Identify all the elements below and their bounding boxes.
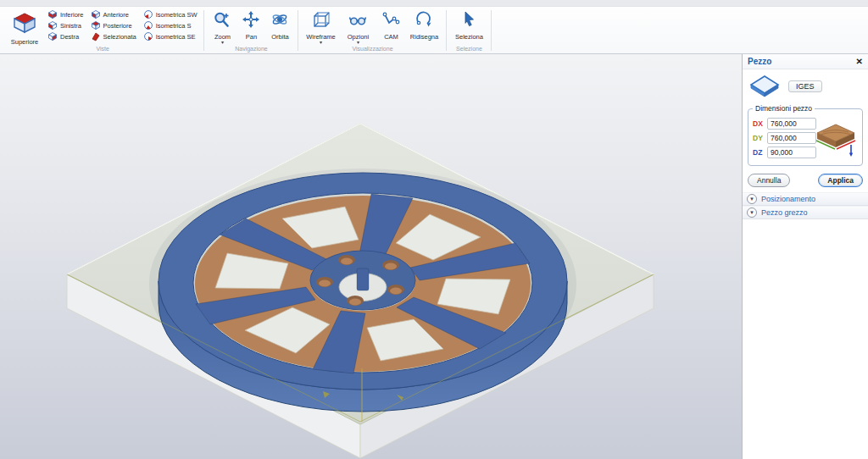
view-isometrica-s-label: Isometrica S	[156, 22, 192, 30]
dz-input[interactable]	[767, 147, 816, 158]
cad-cam-application-window: Superiore Inferiore Sinistra	[0, 0, 868, 459]
group-label-navigazione: Navigazione	[208, 46, 294, 53]
panel-buttons-row: Annulla Applica	[743, 169, 868, 192]
view-posteriore-button[interactable]: Posteriore	[87, 20, 140, 31]
zoom-dropdown-caret-icon: ▾	[221, 41, 224, 45]
orbit-icon	[270, 10, 289, 32]
view-isometrica-s-button[interactable]: Isometrica S	[140, 20, 201, 31]
ribbon-separator	[203, 10, 204, 51]
view-selezionata-button[interactable]: Selezionata	[87, 31, 140, 42]
view-isometrica-sw-button[interactable]: Isometrica SW	[140, 9, 201, 20]
view-inferiore-button[interactable]: Inferiore	[44, 9, 87, 20]
redraw-button[interactable]: Ridisegna	[405, 9, 442, 41]
ribbon-separator	[298, 10, 298, 51]
view-posteriore-label: Posteriore	[103, 22, 132, 30]
view-sinistra-label: Sinistra	[60, 22, 81, 30]
isometric-se-view-icon	[143, 31, 153, 43]
zoom-magnifier-icon	[213, 10, 231, 32]
view-anteriore-label: Anteriore	[103, 11, 129, 19]
ribbon-group-visualizzazione: Wireframe ▾ Opzioni ▾	[302, 7, 442, 53]
orbit-label: Orbita	[271, 33, 288, 41]
dy-input[interactable]	[767, 132, 816, 144]
stock-preview-icon	[813, 119, 859, 160]
chevron-down-circle-icon: ▼	[747, 207, 757, 218]
view-destra-label: Destra	[60, 33, 79, 41]
wireframe-dropdown-caret-icon: ▾	[320, 41, 322, 45]
isometric-sw-view-icon	[143, 9, 153, 21]
section-posizionamento[interactable]: ▼ Posizionamento	[743, 192, 868, 206]
view-isometrica-se-label: Isometrica SE	[156, 33, 196, 41]
apply-button[interactable]: Applica	[818, 174, 863, 187]
view-sinistra-button[interactable]: Sinistra	[44, 20, 87, 31]
view-isometrica-sw-label: Isometrica SW	[156, 11, 198, 19]
view-anteriore-button[interactable]: Anteriore	[87, 9, 140, 20]
dimensions-group-label: Dimensioni pezzo	[753, 104, 815, 113]
cube-back-view-icon	[91, 20, 101, 32]
dy-axis-label: DY	[753, 134, 764, 142]
redraw-label: Ridisegna	[410, 33, 438, 41]
format-chip[interactable]: IGES	[788, 80, 822, 92]
piece-slab-icon	[748, 74, 782, 99]
ribbon-toolbar: Superiore Inferiore Sinistra	[0, 7, 868, 54]
eyeglasses-icon	[348, 10, 367, 32]
group-label-visualizzazione: Visualizzazione	[302, 46, 442, 53]
group-label-selezione: Selezione	[450, 46, 487, 53]
cube-front-view-icon	[91, 9, 101, 21]
wireframe-button[interactable]: Wireframe ▾	[302, 9, 339, 45]
group-label-viste: Viste	[5, 46, 200, 53]
view-superiore-button[interactable]: Superiore	[5, 9, 44, 46]
hub-keyway	[357, 268, 369, 290]
dx-input[interactable]	[767, 118, 816, 130]
view-isometrica-se-button[interactable]: Isometrica SE	[140, 31, 201, 42]
pan-label: Pan	[246, 33, 257, 41]
ribbon-group-selezione: Seleziona Selezione	[450, 7, 487, 53]
cancel-button[interactable]: Annulla	[748, 174, 790, 187]
wireframe-cube-icon	[311, 10, 330, 32]
dx-axis-label: DX	[753, 119, 764, 128]
select-button[interactable]: Seleziona	[450, 9, 487, 41]
pezzo-panel: Pezzo ✕ IGES Dimensioni pezzo DX	[742, 54, 868, 459]
zoom-button[interactable]: Zoom ▾	[208, 9, 236, 45]
ribbon-separator	[491, 10, 492, 51]
cam-label: CAM	[384, 33, 398, 41]
ribbon-group-navigazione: Zoom ▾	[208, 7, 294, 53]
view-inferiore-label: Inferiore	[60, 11, 84, 19]
view-destra-button[interactable]: Destra	[44, 31, 87, 42]
orbit-button[interactable]: Orbita	[265, 9, 294, 41]
view-superiore-label: Superiore	[11, 38, 39, 46]
pan-arrows-icon	[242, 10, 260, 32]
dimensions-groupbox: Dimensioni pezzo DX DY DZ	[748, 108, 863, 166]
chevron-down-circle-icon: ▼	[747, 194, 757, 204]
select-label: Seleziona	[455, 33, 483, 41]
toolpath-icon	[381, 10, 400, 32]
pan-button[interactable]: Pan	[236, 9, 265, 41]
cam-button[interactable]: CAM	[376, 9, 405, 41]
redraw-arrow-icon	[415, 10, 433, 32]
window-top-strip	[0, 0, 868, 7]
dz-axis-label: DZ	[753, 148, 764, 157]
options-dropdown-caret-icon: ▾	[357, 41, 359, 45]
panel-title-bar: Pezzo ✕	[743, 54, 868, 69]
cube-right-view-icon	[47, 31, 58, 43]
cube-selected-face-icon	[91, 31, 101, 43]
ribbon-separator	[446, 10, 447, 51]
cube-bottom-view-icon	[47, 9, 58, 21]
close-icon[interactable]: ✕	[856, 57, 863, 66]
cube-left-view-icon	[47, 20, 58, 32]
section-posizionamento-label: Posizionamento	[761, 195, 815, 203]
viewport-3d[interactable]	[0, 54, 742, 459]
stock-and-wheel-model	[0, 54, 743, 459]
piece-format-row: IGES	[743, 69, 868, 101]
options-button[interactable]: Opzioni ▾	[339, 9, 376, 45]
cursor-arrow-icon	[459, 10, 478, 32]
view-selezionata-label: Selezionata	[103, 33, 136, 41]
cube-top-view-icon	[11, 11, 38, 37]
isometric-s-view-icon	[143, 20, 153, 32]
section-pezzo-grezzo[interactable]: ▼ Pezzo grezzo	[743, 206, 868, 219]
ribbon-group-viste: Superiore Inferiore Sinistra	[5, 7, 200, 53]
panel-title: Pezzo	[748, 57, 771, 66]
section-pezzo-grezzo-label: Pezzo grezzo	[761, 208, 808, 217]
